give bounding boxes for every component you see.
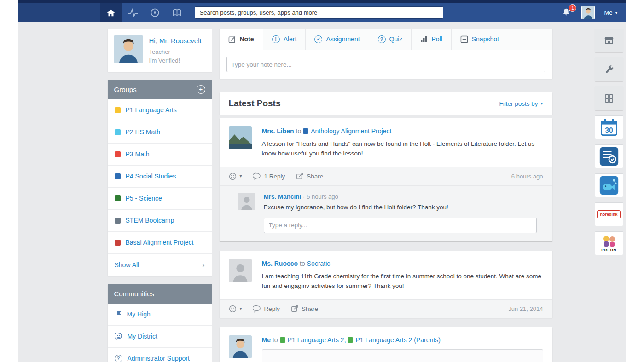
post-author-link[interactable]: Me bbox=[262, 336, 271, 344]
show-all-link[interactable]: Show All › bbox=[108, 254, 212, 276]
profile-role: Teacher bbox=[149, 48, 202, 57]
reply-button[interactable]: 1 Reply bbox=[253, 172, 285, 180]
share-button[interactable]: Share bbox=[296, 172, 323, 180]
share-icon bbox=[291, 305, 298, 312]
rail-tile-tools[interactable] bbox=[595, 57, 623, 81]
rail-tile-planner[interactable] bbox=[595, 144, 623, 168]
post-target-link[interactable]: P1 Language Arts 2, bbox=[288, 336, 346, 344]
post-avatar[interactable] bbox=[229, 126, 252, 149]
me-label: Me bbox=[604, 9, 612, 16]
comment-content: Mrs. Mancini · 5 hours ago Excuse my ign… bbox=[264, 193, 448, 211]
community-item[interactable]: My High bbox=[108, 304, 212, 326]
post-author-link[interactable]: Ms. Ruocco bbox=[262, 260, 298, 267]
pixton-logo: PiXTON bbox=[601, 235, 617, 252]
reply-bubble-icon bbox=[253, 305, 261, 313]
user-photo-icon bbox=[114, 35, 143, 63]
groups-title: Groups bbox=[114, 86, 137, 93]
add-group-button[interactable]: + bbox=[197, 85, 205, 94]
to-word: to bbox=[296, 127, 302, 135]
post-target-link[interactable]: Socratic bbox=[307, 260, 331, 267]
note-input[interactable] bbox=[226, 57, 545, 72]
reply-input[interactable] bbox=[264, 218, 537, 233]
post-avatar[interactable] bbox=[229, 259, 252, 282]
post: Ms. RuoccotoSocratic I am teaching 11th … bbox=[220, 251, 552, 318]
comments-section: Mrs. Mancini · 5 hours ago Excuse my ign… bbox=[220, 185, 552, 241]
post-target-link[interactable]: P1 Language Arts 2 (Parents) bbox=[355, 336, 440, 344]
nav-home-button[interactable] bbox=[100, 3, 122, 22]
group-item[interactable]: P1 Language Arts bbox=[108, 99, 212, 121]
group-item[interactable]: Basal Alignment Project bbox=[108, 232, 212, 254]
store-icon bbox=[603, 35, 615, 46]
me-menu[interactable]: Me ▾ bbox=[604, 9, 617, 16]
group-item[interactable]: P2 HS Math bbox=[108, 121, 212, 144]
library-book-icon bbox=[172, 7, 182, 18]
nav-discover-button[interactable] bbox=[144, 3, 166, 22]
pixton-label: PiXTON bbox=[601, 248, 616, 252]
rail-tile-game-app[interactable] bbox=[595, 173, 623, 197]
post-main: Mrs. LibentoAnthology Alignment Project … bbox=[220, 118, 552, 167]
community-label: Administrator Support bbox=[128, 355, 190, 362]
group-label: P5 - Science bbox=[126, 195, 162, 202]
group-item[interactable]: P3 Math bbox=[108, 144, 212, 166]
community-item[interactable]: My District bbox=[108, 326, 212, 348]
community-item[interactable]: ? Administrator Support bbox=[108, 348, 212, 362]
reaction-button[interactable]: ▾ bbox=[229, 305, 242, 313]
tab-quiz[interactable]: ? Quiz bbox=[369, 29, 412, 50]
post-timestamp: 6 hours ago bbox=[511, 173, 543, 180]
post-avatar[interactable] bbox=[229, 335, 252, 358]
nav-activity-button[interactable] bbox=[122, 3, 144, 22]
filter-posts-dropdown[interactable]: Filter posts by ▾ bbox=[499, 100, 543, 107]
post-author-link[interactable]: Mrs. Liben bbox=[262, 127, 294, 135]
page: 1 Me ▾ Hi, Mr. Roosevelt Teacher I'm Ve bbox=[18, 0, 626, 362]
community-label: My District bbox=[128, 333, 157, 340]
comment-author-link[interactable]: Mrs. Mancini bbox=[264, 193, 302, 200]
tab-alert[interactable]: ! Alert bbox=[263, 29, 306, 50]
group-color-swatch bbox=[115, 107, 121, 113]
reaction-button[interactable]: ▾ bbox=[229, 172, 242, 180]
reply-button[interactable]: Reply bbox=[253, 305, 280, 313]
notifications-button[interactable]: 1 bbox=[561, 7, 572, 18]
profile-greeting[interactable]: Hi, Mr. Roosevelt bbox=[149, 37, 202, 45]
group-color-swatch bbox=[115, 173, 121, 179]
tab-note[interactable]: Note bbox=[220, 29, 263, 50]
feed-column: Note ! Alert ✓ Assignment ? Quiz bbox=[220, 29, 552, 362]
tab-assignment[interactable]: ✓ Assignment bbox=[306, 29, 369, 50]
wrench-icon bbox=[604, 64, 614, 75]
post-author-line: Mrs. LibentoAnthology Alignment Project bbox=[262, 127, 543, 135]
chevron-down-icon: ▾ bbox=[240, 174, 242, 178]
rail-tile-store[interactable] bbox=[595, 29, 623, 52]
rail-tile-apps[interactable] bbox=[595, 86, 623, 110]
sidebar: Hi, Mr. Roosevelt Teacher I'm Verified! … bbox=[108, 29, 212, 362]
primary-nav bbox=[100, 3, 188, 22]
group-item[interactable]: P4 Social Studies bbox=[108, 166, 212, 188]
post-content: Mrs. LibentoAnthology Alignment Project … bbox=[262, 126, 543, 159]
rail-tile-pixton[interactable]: PiXTON bbox=[595, 231, 623, 255]
groups-section-header: Groups + bbox=[108, 80, 212, 99]
share-button[interactable]: Share bbox=[291, 305, 318, 312]
group-item[interactable]: STEM Bootcamp bbox=[108, 210, 212, 232]
composer-tabs: Note ! Alert ✓ Assignment ? Quiz bbox=[220, 29, 552, 50]
to-word: to bbox=[273, 336, 278, 344]
group-color-swatch bbox=[115, 195, 121, 201]
share-label: Share bbox=[302, 305, 318, 312]
group-item[interactable]: P5 - Science bbox=[108, 188, 212, 210]
search-input[interactable] bbox=[195, 6, 443, 19]
tab-poll[interactable]: Poll bbox=[412, 29, 451, 50]
rail-tile-calendar[interactable]: 30 bbox=[595, 115, 623, 139]
navbar-avatar[interactable] bbox=[581, 6, 595, 19]
question-circle-icon: ? bbox=[378, 35, 386, 43]
person-silhouette-icon bbox=[238, 193, 255, 210]
poll-bars-icon bbox=[420, 35, 428, 43]
post-target-link[interactable]: Anthology Alignment Project bbox=[311, 127, 391, 135]
comment-avatar[interactable] bbox=[238, 193, 255, 210]
profile-avatar[interactable] bbox=[114, 35, 143, 63]
question-icon: ? bbox=[115, 355, 122, 362]
nav-library-button[interactable] bbox=[166, 3, 188, 22]
group-color-swatch bbox=[115, 129, 121, 135]
tab-snapshot[interactable]: Snapshot bbox=[452, 29, 508, 50]
rail-tile-noredink[interactable]: noredink bbox=[595, 202, 623, 226]
post-body: I am teaching 11th Grade chemistry for t… bbox=[262, 272, 543, 291]
latest-posts-header: Latest Posts Filter posts by ▾ bbox=[220, 92, 552, 115]
group-label: P1 Language Arts bbox=[126, 106, 177, 114]
planner-icon bbox=[599, 146, 619, 167]
